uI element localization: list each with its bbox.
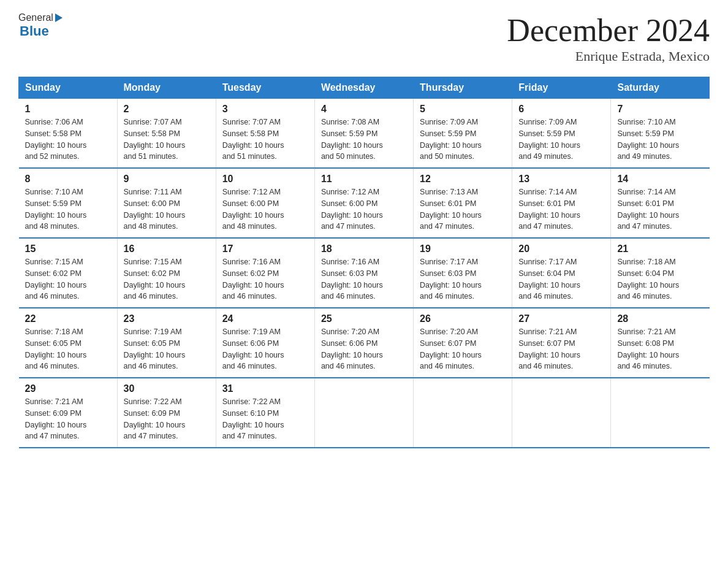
week-row: 29Sunrise: 7:21 AMSunset: 6:09 PMDayligh… (19, 378, 710, 448)
day-number: 5 (420, 104, 506, 115)
calendar-cell: 19Sunrise: 7:17 AMSunset: 6:03 PMDayligh… (414, 238, 512, 308)
day-number: 11 (321, 174, 407, 185)
calendar-cell: 27Sunrise: 7:21 AMSunset: 6:07 PMDayligh… (512, 308, 611, 378)
logo-general-text: General (18, 12, 53, 23)
week-row: 8Sunrise: 7:10 AMSunset: 5:59 PMDaylight… (19, 168, 710, 238)
day-info: Sunrise: 7:12 AMSunset: 6:00 PMDaylight:… (222, 186, 308, 232)
header-cell-thursday: Thursday (414, 77, 512, 99)
day-number: 16 (124, 243, 210, 255)
day-info: Sunrise: 7:21 AMSunset: 6:07 PMDaylight:… (518, 326, 604, 372)
day-info: Sunrise: 7:18 AMSunset: 6:04 PMDaylight:… (617, 256, 703, 302)
header-cell-wednesday: Wednesday (314, 77, 413, 99)
calendar-cell: 13Sunrise: 7:14 AMSunset: 6:01 PMDayligh… (512, 168, 611, 238)
day-number: 18 (321, 243, 407, 255)
day-number: 13 (518, 174, 604, 185)
day-info: Sunrise: 7:12 AMSunset: 6:00 PMDaylight:… (321, 186, 407, 232)
logo-triangle-icon (55, 13, 63, 22)
day-number: 22 (25, 313, 111, 324)
calendar-cell: 9Sunrise: 7:11 AMSunset: 6:00 PMDaylight… (117, 168, 216, 238)
header-cell-sunday: Sunday (19, 77, 118, 99)
calendar-cell: 6Sunrise: 7:09 AMSunset: 5:59 PMDaylight… (512, 99, 611, 169)
week-row: 22Sunrise: 7:18 AMSunset: 6:05 PMDayligh… (19, 308, 710, 378)
day-number: 21 (617, 243, 703, 255)
day-number: 6 (518, 104, 604, 115)
day-number: 12 (420, 174, 506, 185)
day-number: 20 (518, 243, 604, 255)
day-info: Sunrise: 7:21 AMSunset: 6:09 PMDaylight:… (25, 396, 111, 442)
day-info: Sunrise: 7:13 AMSunset: 6:01 PMDaylight:… (420, 186, 506, 232)
day-number: 29 (25, 383, 111, 394)
calendar-cell: 5Sunrise: 7:09 AMSunset: 5:59 PMDaylight… (414, 99, 512, 169)
header-cell-saturday: Saturday (611, 77, 710, 99)
calendar-cell: 2Sunrise: 7:07 AMSunset: 5:58 PMDaylight… (117, 99, 216, 169)
header-cell-tuesday: Tuesday (216, 77, 314, 99)
calendar-cell: 11Sunrise: 7:12 AMSunset: 6:00 PMDayligh… (314, 168, 413, 238)
calendar-cell: 30Sunrise: 7:22 AMSunset: 6:09 PMDayligh… (117, 378, 216, 448)
day-number: 9 (124, 174, 210, 185)
day-info: Sunrise: 7:11 AMSunset: 6:00 PMDaylight:… (124, 186, 210, 232)
calendar-cell (512, 378, 611, 448)
calendar-cell: 17Sunrise: 7:16 AMSunset: 6:02 PMDayligh… (216, 238, 314, 308)
day-info: Sunrise: 7:10 AMSunset: 5:59 PMDaylight:… (25, 186, 111, 232)
header-cell-monday: Monday (117, 77, 216, 99)
day-info: Sunrise: 7:22 AMSunset: 6:10 PMDaylight:… (222, 396, 308, 442)
calendar-cell: 23Sunrise: 7:19 AMSunset: 6:05 PMDayligh… (117, 308, 216, 378)
day-number: 8 (25, 174, 111, 185)
calendar-cell: 31Sunrise: 7:22 AMSunset: 6:10 PMDayligh… (216, 378, 314, 448)
calendar-cell: 16Sunrise: 7:15 AMSunset: 6:02 PMDayligh… (117, 238, 216, 308)
day-number: 30 (124, 383, 210, 394)
calendar-cell: 15Sunrise: 7:15 AMSunset: 6:02 PMDayligh… (19, 238, 118, 308)
calendar-cell: 8Sunrise: 7:10 AMSunset: 5:59 PMDaylight… (19, 168, 118, 238)
week-row: 1Sunrise: 7:06 AMSunset: 5:58 PMDaylight… (19, 99, 710, 169)
day-number: 31 (222, 383, 308, 394)
day-info: Sunrise: 7:08 AMSunset: 5:59 PMDaylight:… (321, 117, 407, 163)
day-info: Sunrise: 7:09 AMSunset: 5:59 PMDaylight:… (518, 117, 604, 163)
day-info: Sunrise: 7:17 AMSunset: 6:04 PMDaylight:… (518, 256, 604, 302)
calendar-subtitle: Enrique Estrada, Mexico (507, 48, 710, 64)
calendar-cell (611, 378, 710, 448)
week-row: 15Sunrise: 7:15 AMSunset: 6:02 PMDayligh… (19, 238, 710, 308)
calendar-cell: 10Sunrise: 7:12 AMSunset: 6:00 PMDayligh… (216, 168, 314, 238)
calendar-cell: 29Sunrise: 7:21 AMSunset: 6:09 PMDayligh… (19, 378, 118, 448)
calendar-cell: 21Sunrise: 7:18 AMSunset: 6:04 PMDayligh… (611, 238, 710, 308)
logo: General Blue (18, 12, 63, 39)
calendar-cell (414, 378, 512, 448)
calendar-cell: 12Sunrise: 7:13 AMSunset: 6:01 PMDayligh… (414, 168, 512, 238)
calendar-cell: 25Sunrise: 7:20 AMSunset: 6:06 PMDayligh… (314, 308, 413, 378)
calendar-cell: 4Sunrise: 7:08 AMSunset: 5:59 PMDaylight… (314, 99, 413, 169)
day-number: 17 (222, 243, 308, 255)
header-cell-friday: Friday (512, 77, 611, 99)
day-number: 25 (321, 313, 407, 324)
day-number: 3 (222, 104, 308, 115)
day-info: Sunrise: 7:16 AMSunset: 6:03 PMDaylight:… (321, 256, 407, 302)
day-info: Sunrise: 7:22 AMSunset: 6:09 PMDaylight:… (124, 396, 210, 442)
day-info: Sunrise: 7:19 AMSunset: 6:06 PMDaylight:… (222, 326, 308, 372)
day-number: 27 (518, 313, 604, 324)
day-info: Sunrise: 7:07 AMSunset: 5:58 PMDaylight:… (124, 117, 210, 163)
day-info: Sunrise: 7:14 AMSunset: 6:01 PMDaylight:… (518, 186, 604, 232)
title-section: December 2024 Enrique Estrada, Mexico (507, 12, 710, 64)
calendar-header: SundayMondayTuesdayWednesdayThursdayFrid… (19, 77, 710, 99)
day-number: 1 (25, 104, 111, 115)
day-info: Sunrise: 7:18 AMSunset: 6:05 PMDaylight:… (25, 326, 111, 372)
day-info: Sunrise: 7:14 AMSunset: 6:01 PMDaylight:… (617, 186, 703, 232)
day-number: 2 (124, 104, 210, 115)
day-number: 4 (321, 104, 407, 115)
header-row: SundayMondayTuesdayWednesdayThursdayFrid… (19, 77, 710, 99)
day-number: 28 (617, 313, 703, 324)
calendar-title: December 2024 (507, 12, 710, 48)
calendar-cell: 7Sunrise: 7:10 AMSunset: 5:59 PMDaylight… (611, 99, 710, 169)
calendar-table: SundayMondayTuesdayWednesdayThursdayFrid… (18, 77, 710, 448)
day-info: Sunrise: 7:20 AMSunset: 6:07 PMDaylight:… (420, 326, 506, 372)
day-info: Sunrise: 7:06 AMSunset: 5:58 PMDaylight:… (25, 117, 111, 163)
day-number: 15 (25, 243, 111, 255)
calendar-body: 1Sunrise: 7:06 AMSunset: 5:58 PMDaylight… (19, 99, 710, 448)
logo-blue-text: Blue (18, 23, 63, 39)
day-info: Sunrise: 7:19 AMSunset: 6:05 PMDaylight:… (124, 326, 210, 372)
calendar-cell: 28Sunrise: 7:21 AMSunset: 6:08 PMDayligh… (611, 308, 710, 378)
calendar-cell: 20Sunrise: 7:17 AMSunset: 6:04 PMDayligh… (512, 238, 611, 308)
day-number: 23 (124, 313, 210, 324)
calendar-cell: 24Sunrise: 7:19 AMSunset: 6:06 PMDayligh… (216, 308, 314, 378)
day-info: Sunrise: 7:07 AMSunset: 5:58 PMDaylight:… (222, 117, 308, 163)
day-info: Sunrise: 7:09 AMSunset: 5:59 PMDaylight:… (420, 117, 506, 163)
